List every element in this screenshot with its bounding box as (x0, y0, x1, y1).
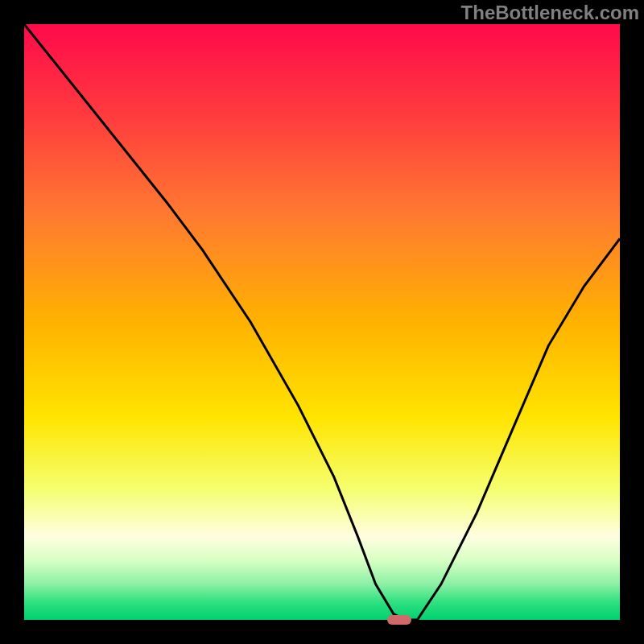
chart-container: TheBottleneck.com (0, 0, 644, 644)
chart-svg (24, 24, 620, 620)
plot-area (24, 24, 620, 620)
optimal-marker (387, 615, 411, 624)
gradient-background (24, 24, 620, 620)
watermark-text: TheBottleneck.com (461, 2, 639, 24)
